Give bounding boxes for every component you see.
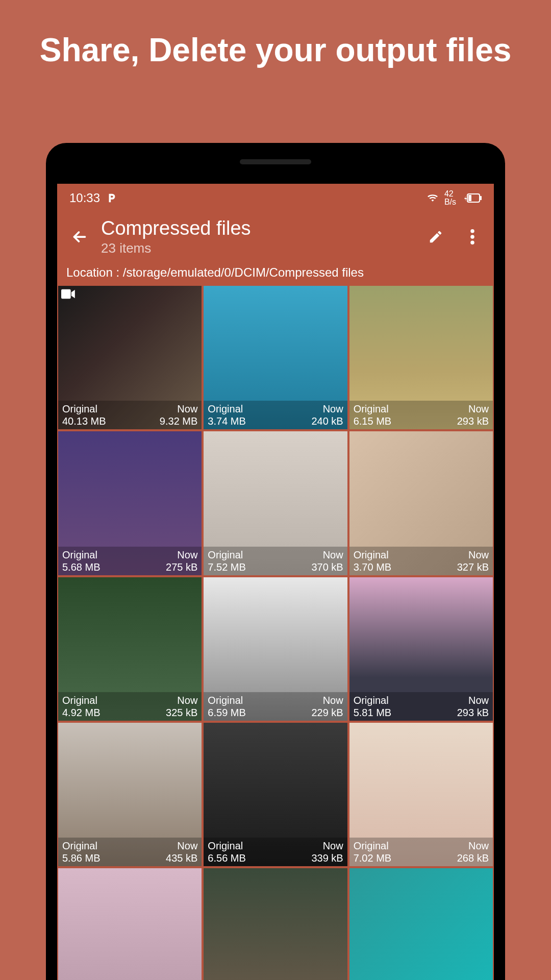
original-size: 40.13 MB <box>62 415 106 427</box>
original-size: 7.52 MB <box>208 561 245 573</box>
now-size: 327 kB <box>457 561 489 573</box>
original-label: Original <box>354 549 391 561</box>
now-size: 240 kB <box>311 415 343 427</box>
promo-title: Share, Delete your output files <box>0 0 551 95</box>
p-icon <box>106 192 117 204</box>
size-overlay: Original3.70 MBNow327 kB <box>349 547 493 575</box>
original-label: Original <box>354 840 391 852</box>
file-item[interactable]: Original7.52 MBNow370 kB <box>204 431 347 575</box>
file-item[interactable]: Original6.59 MBNow229 kB <box>204 577 347 721</box>
size-overlay: Original5.81 MBNow293 kB <box>349 692 493 721</box>
svg-rect-1 <box>480 196 482 200</box>
file-item[interactable] <box>58 868 202 980</box>
thumbnail <box>204 868 347 980</box>
size-overlay: Original7.52 MBNow370 kB <box>204 547 347 575</box>
now-size: 293 kB <box>457 415 489 427</box>
file-item[interactable]: Original6.56 MBNow339 kB <box>204 723 347 866</box>
original-label: Original <box>62 403 106 415</box>
now-size: 293 kB <box>457 706 489 719</box>
file-item[interactable] <box>349 868 493 980</box>
now-label: Now <box>160 403 197 415</box>
original-label: Original <box>354 694 391 706</box>
status-bar: 10:33 42 B/s <box>57 184 494 212</box>
file-item[interactable]: Original40.13 MBNow9.32 MB <box>58 286 202 429</box>
original-size: 5.81 MB <box>354 706 391 719</box>
now-size: 268 kB <box>457 852 489 864</box>
now-size: 275 kB <box>166 561 197 573</box>
size-overlay: Original40.13 MBNow9.32 MB <box>58 401 202 429</box>
battery-charging-icon <box>461 193 482 203</box>
video-icon <box>61 289 76 301</box>
original-label: Original <box>208 840 245 852</box>
more-vert-icon <box>470 229 474 244</box>
location-bar: Location : /storage/emulated/0/DCIM/Comp… <box>57 264 494 286</box>
now-label: Now <box>166 549 197 561</box>
original-size: 3.70 MB <box>354 561 391 573</box>
location-label: Location : <box>66 265 123 279</box>
original-label: Original <box>62 840 100 852</box>
now-size: 325 kB <box>166 706 197 719</box>
file-item[interactable]: Original5.86 MBNow435 kB <box>58 723 202 866</box>
svg-point-3 <box>470 229 474 233</box>
svg-rect-6 <box>61 289 71 299</box>
app-screen: 10:33 42 B/s <box>57 184 494 980</box>
pencil-icon <box>428 229 443 244</box>
now-size: 339 kB <box>311 852 343 864</box>
app-bar: Compressed files 23 items <box>57 212 494 264</box>
wifi-icon <box>426 193 439 203</box>
phone-frame: 10:33 42 B/s <box>46 143 505 980</box>
now-label: Now <box>457 403 489 415</box>
original-size: 3.74 MB <box>208 415 245 427</box>
original-size: 5.68 MB <box>62 561 100 573</box>
edit-button[interactable] <box>424 226 447 248</box>
now-label: Now <box>166 694 197 706</box>
size-overlay: Original6.59 MBNow229 kB <box>204 692 347 721</box>
file-item[interactable]: Original5.68 MBNow275 kB <box>58 431 202 575</box>
now-size: 229 kB <box>311 706 343 719</box>
svg-point-4 <box>470 235 474 239</box>
now-label: Now <box>311 694 343 706</box>
now-label: Now <box>457 840 489 852</box>
size-overlay: Original5.86 MBNow435 kB <box>58 838 202 866</box>
original-size: 4.92 MB <box>62 706 100 719</box>
now-label: Now <box>311 403 343 415</box>
file-grid[interactable]: Original40.13 MBNow9.32 MBOriginal3.74 M… <box>57 286 494 980</box>
back-button[interactable] <box>67 225 92 249</box>
now-size: 370 kB <box>311 561 343 573</box>
svg-point-5 <box>470 241 474 245</box>
more-button[interactable] <box>461 226 484 248</box>
thumbnail <box>349 868 493 980</box>
file-item[interactable]: Original3.70 MBNow327 kB <box>349 431 493 575</box>
size-overlay: Original6.56 MBNow339 kB <box>204 838 347 866</box>
original-label: Original <box>354 403 391 415</box>
svg-rect-2 <box>468 195 471 201</box>
size-overlay: Original3.74 MBNow240 kB <box>204 401 347 429</box>
original-size: 7.02 MB <box>354 852 391 864</box>
original-size: 6.15 MB <box>354 415 391 427</box>
now-label: Now <box>457 549 489 561</box>
network-rate: 42 B/s <box>444 190 456 206</box>
size-overlay: Original5.68 MBNow275 kB <box>58 547 202 575</box>
original-label: Original <box>62 694 100 706</box>
original-size: 6.59 MB <box>208 706 245 719</box>
size-overlay: Original7.02 MBNow268 kB <box>349 838 493 866</box>
file-item[interactable]: Original4.92 MBNow325 kB <box>58 577 202 721</box>
now-label: Now <box>457 694 489 706</box>
page-title: Compressed files <box>101 217 424 239</box>
now-label: Now <box>311 549 343 561</box>
arrow-left-icon <box>70 228 89 246</box>
now-size: 9.32 MB <box>160 415 197 427</box>
now-size: 435 kB <box>166 852 197 864</box>
original-size: 5.86 MB <box>62 852 100 864</box>
file-item[interactable]: Original5.81 MBNow293 kB <box>349 577 493 721</box>
size-overlay: Original6.15 MBNow293 kB <box>349 401 493 429</box>
file-item[interactable]: Original6.15 MBNow293 kB <box>349 286 493 429</box>
phone-speaker <box>240 159 311 164</box>
file-item[interactable]: Original7.02 MBNow268 kB <box>349 723 493 866</box>
now-label: Now <box>166 840 197 852</box>
original-label: Original <box>62 549 100 561</box>
file-item[interactable] <box>204 868 347 980</box>
file-item[interactable]: Original3.74 MBNow240 kB <box>204 286 347 429</box>
original-size: 6.56 MB <box>208 852 245 864</box>
size-overlay: Original4.92 MBNow325 kB <box>58 692 202 721</box>
